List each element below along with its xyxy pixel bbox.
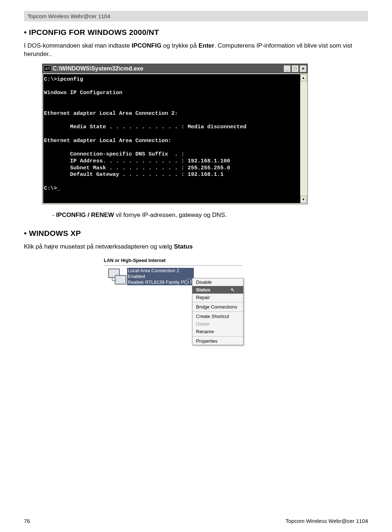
scroll-down-icon[interactable]: ▾ — [300, 196, 307, 203]
cmd-title-text: C:\WINDOWS\System32\cmd.exe — [53, 65, 283, 72]
xp-group-header: LAN or High-Speed Internet — [104, 256, 242, 266]
menu-separator — [192, 311, 243, 312]
menu-origin-line — [185, 279, 192, 279]
cmd-titlebar: c:\ C:\WINDOWS\System32\cmd.exe _ □ × — [42, 64, 307, 73]
menu-item-repair[interactable]: Repair — [192, 294, 243, 301]
conn-name: Local Area Connection 2 — [128, 268, 193, 274]
xp-connection-label: Local Area Connection 2 Enabled Realtek … — [127, 268, 194, 286]
network-connection-icon — [108, 269, 126, 285]
ipconfig-renew-note: - IPCONFIG / RENEW vil fornye IP-adresse… — [52, 211, 368, 219]
menu-item-status[interactable]: Status↖ — [192, 286, 243, 294]
ipconfig-intro-paragraph: I DOS-kommandoen skal man indtaste IPCON… — [24, 42, 368, 59]
page-header-band: Topcom Wireless Webr@cer 1104 — [24, 11, 368, 21]
scroll-track[interactable] — [300, 81, 307, 196]
menu-item-delete: Delete — [192, 320, 243, 328]
header-text: Topcom Wireless Webr@cer 1104 — [28, 13, 110, 19]
cmd-output: C:\>ipconfig Windows IP Configuration Et… — [42, 73, 300, 204]
conn-state: Enabled — [128, 274, 193, 279]
menu-item-properties[interactable]: Properties — [192, 337, 243, 345]
scroll-up-icon[interactable]: ▴ — [300, 74, 307, 81]
footer-title: Topcom Wireless Webr@cer 1104 — [285, 518, 368, 524]
text: og trykke på — [162, 42, 199, 49]
menu-item-rename[interactable]: Rename — [192, 328, 243, 335]
winxp-intro-paragraph: Klik på højre musetast på netværksadapte… — [24, 243, 368, 251]
page-number: 76 — [24, 518, 30, 524]
xp-network-connections: LAN or High-Speed Internet Local Area Co… — [104, 256, 242, 286]
conn-adapter: Realtek RTL8139 Family PCI F... — [128, 279, 193, 285]
text: Klik på højre musetast på netværksadapte… — [24, 243, 174, 250]
section-ipconfig-heading: • IPCONFIG FOR WINDOWS 2000/NT — [24, 28, 368, 37]
menu-item-disable[interactable]: Disable — [192, 278, 243, 286]
ipconfig-renew-literal: IPCONFIG / RENEW — [56, 211, 114, 218]
menu-separator — [192, 302, 243, 302]
text: vil fornye IP-adressen, gateway og DNS. — [114, 211, 227, 218]
menu-item-bridge-connections[interactable]: Bridge Connections — [192, 303, 243, 311]
cmd-scrollbar[interactable]: ▴ ▾ — [300, 73, 307, 204]
context-menu[interactable]: DisableStatus↖RepairBridge ConnectionsCr… — [192, 278, 244, 345]
minimize-button[interactable]: _ — [283, 65, 291, 72]
xp-connection-row[interactable]: Local Area Connection 2 Enabled Realtek … — [104, 268, 242, 286]
section-winxp-heading: • WINDOWS XP — [24, 229, 368, 238]
cursor-icon: ↖ — [230, 287, 235, 293]
enter-key-literal: Enter — [199, 42, 214, 49]
menu-item-create-shortcut[interactable]: Create Shortcut — [192, 313, 243, 320]
close-button[interactable]: × — [299, 65, 307, 72]
page-footer: 76 Topcom Wireless Webr@cer 1104 — [24, 518, 368, 524]
cmd-window: c:\ C:\WINDOWS\System32\cmd.exe _ □ × C:… — [42, 64, 308, 204]
cmd-icon: c:\ — [44, 66, 51, 72]
maximize-button[interactable]: □ — [291, 65, 299, 72]
text: I DOS-kommandoen skal man indtaste — [24, 42, 132, 49]
menu-separator — [192, 336, 243, 336]
ipconfig-cmd-literal: IPCONFIG — [132, 42, 162, 49]
dash: - — [52, 211, 56, 218]
status-literal: Status — [174, 243, 193, 250]
